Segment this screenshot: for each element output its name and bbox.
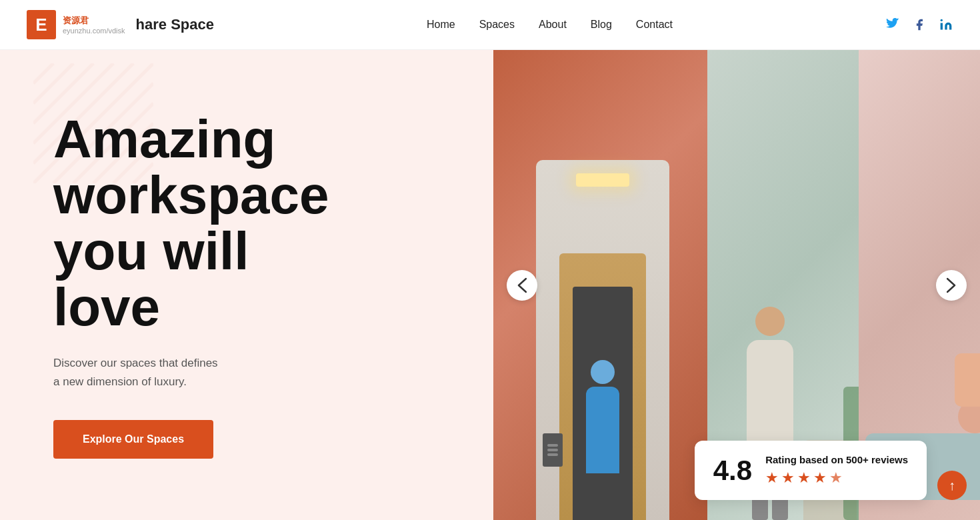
headline-line1: Amazing (53, 109, 275, 169)
logo-icon: E (27, 10, 56, 39)
explore-spaces-button[interactable]: Explore Our Spaces (53, 420, 213, 459)
logo-chinese-text: 资源君 (63, 15, 125, 27)
star-3: ★ (797, 469, 811, 487)
navbar: E 资源君 eyunzhu.com/vdisk hare Space Home … (0, 0, 980, 50)
nav-social (885, 17, 953, 32)
rating-text-block: Rating based on 500+ reviews ★ ★ ★ ★ ★ (765, 454, 908, 487)
headline-line2: workspace (53, 165, 329, 225)
star-5: ★ (829, 469, 843, 487)
svg-line-2 (33, 63, 73, 103)
nav-item-blog[interactable]: Blog (591, 19, 612, 31)
linkedin-icon[interactable] (939, 17, 953, 32)
nav-link-contact[interactable]: Contact (636, 19, 673, 30)
svg-line-1 (33, 63, 53, 83)
star-4: ★ (813, 469, 827, 487)
nav-item-spaces[interactable]: Spaces (479, 19, 515, 31)
rating-label: Rating based on 500+ reviews (765, 454, 908, 465)
hero-headline: Amazing workspace you will love (53, 111, 453, 335)
star-2: ★ (781, 469, 795, 487)
rating-stars: ★ ★ ★ ★ ★ (765, 469, 908, 487)
nav-link-about[interactable]: About (539, 19, 567, 30)
image-slider: 4.8 Rating based on 500+ reviews ★ ★ ★ ★… (493, 50, 980, 520)
nav-link-spaces[interactable]: Spaces (479, 19, 515, 30)
logo-url: eyunzhu.com/vdisk (63, 27, 125, 35)
slider-prev-button[interactable] (507, 270, 537, 301)
nav-item-about[interactable]: About (539, 19, 567, 31)
headline-line4: love (53, 277, 160, 337)
twitter-icon[interactable] (885, 17, 900, 32)
facebook-icon[interactable] (912, 17, 927, 32)
logo-text-block: 资源君 eyunzhu.com/vdisk (63, 15, 125, 35)
scroll-to-top-button[interactable]: ↑ (937, 471, 967, 500)
nav-item-contact[interactable]: Contact (636, 19, 673, 31)
headline-line3: you will (53, 221, 249, 281)
logo-area: E 资源君 eyunzhu.com/vdisk hare Space (27, 10, 214, 39)
nav-links: Home Spaces About Blog Contact (427, 19, 673, 31)
rating-card: 4.8 Rating based on 500+ reviews ★ ★ ★ ★… (695, 441, 927, 500)
svg-point-0 (941, 19, 943, 21)
rating-score: 4.8 (713, 455, 752, 487)
nav-item-home[interactable]: Home (427, 19, 455, 31)
slider-next-button[interactable] (936, 270, 967, 301)
logo-brand-name: hare Space (136, 16, 214, 33)
star-1: ★ (765, 469, 779, 487)
hero-section: Amazing workspace you will love Discover… (0, 50, 493, 520)
hero-subtext: Discover our spaces that definesa new di… (53, 354, 320, 390)
nav-link-home[interactable]: Home (427, 19, 455, 30)
main-wrapper: Amazing workspace you will love Discover… (0, 50, 980, 520)
nav-link-blog[interactable]: Blog (591, 19, 612, 30)
